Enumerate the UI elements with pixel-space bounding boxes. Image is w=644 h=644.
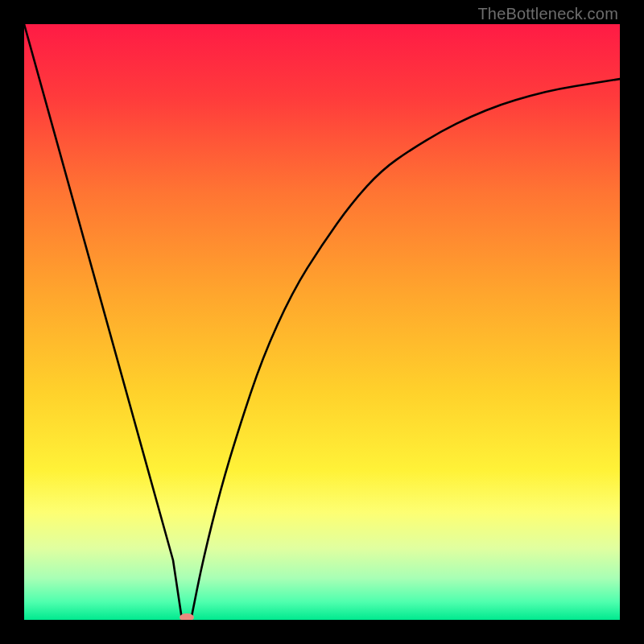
bottleneck-curve [24,24,620,620]
chart-frame: TheBottleneck.com [0,0,644,644]
plot-area [24,24,620,620]
watermark-label: TheBottleneck.com [477,5,618,23]
curve-left-branch [24,24,182,620]
curve-right-branch [191,79,620,620]
